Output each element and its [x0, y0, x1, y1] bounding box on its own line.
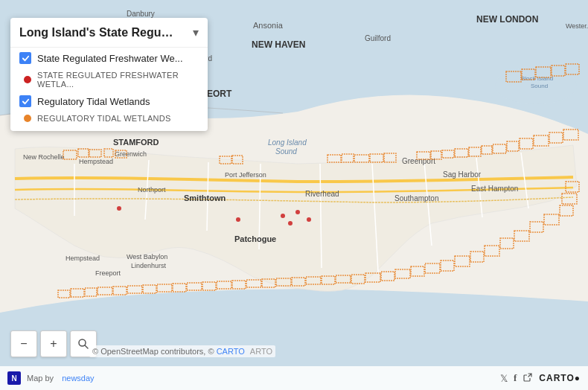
attribution-bar: © OpenStreetMap contributors, © CARTO AR…: [89, 345, 275, 357]
svg-text:Northport: Northport: [138, 186, 166, 194]
svg-line-104: [85, 345, 88, 348]
svg-text:Greenwich: Greenwich: [115, 150, 147, 158]
layer1-dot: [24, 76, 31, 83]
map-controls: − +: [10, 330, 97, 357]
bottom-left: N Map by newsday: [7, 371, 95, 385]
zoom-out-button[interactable]: −: [10, 330, 37, 357]
svg-text:Danbury: Danbury: [127, 10, 155, 18]
facebook-icon[interactable]: f: [514, 372, 517, 384]
search-icon: [77, 338, 89, 350]
carto-watermark: ARTO: [250, 347, 272, 356]
legend-title: Long Island's State Regu…: [19, 26, 173, 39]
svg-text:Sound: Sound: [531, 83, 548, 89]
svg-text:Lindenhurst: Lindenhurst: [131, 262, 167, 269]
newsday-logo: N: [7, 371, 21, 385]
svg-text:Sound: Sound: [275, 147, 297, 156]
svg-text:Guilford: Guilford: [365, 34, 391, 42]
svg-point-97: [117, 206, 121, 211]
svg-text:NEW HAVEN: NEW HAVEN: [252, 39, 305, 50]
layer2-item: Regulatory Tidal Wetlands: [10, 91, 208, 112]
zoom-in-button[interactable]: +: [40, 330, 67, 357]
layer1-label: State Regulated Freshwater We...: [37, 53, 183, 64]
svg-text:Smithtown: Smithtown: [184, 194, 226, 202]
svg-text:Long Island: Long Island: [268, 138, 307, 147]
svg-point-98: [281, 214, 285, 218]
svg-text:Hempstead: Hempstead: [65, 255, 100, 262]
svg-text:Southampton: Southampton: [394, 194, 439, 202]
legend-panel: Long Island's State Regu… ▾ State Regula…: [10, 18, 208, 131]
layer2-checkbox[interactable]: [19, 95, 31, 107]
attribution-text: contributors, ©: [161, 347, 217, 356]
layer1-sublabel: STATE REGULATED FRESHWATER WETLA...: [37, 71, 199, 89]
legend-header: Long Island's State Regu… ▾: [10, 18, 208, 48]
twitter-icon[interactable]: 𝕏: [500, 373, 508, 384]
map-by-text: Map by: [27, 374, 54, 383]
svg-point-99: [295, 210, 300, 214]
svg-text:New Rochelle: New Rochelle: [23, 153, 65, 161]
svg-text:Sag Harbor: Sag Harbor: [443, 170, 482, 179]
layer2-sub-item: REGULATORY TIDAL WETLANDS: [10, 112, 208, 125]
svg-point-101: [288, 221, 293, 226]
svg-text:NEW LONDON: NEW LONDON: [476, 14, 538, 25]
osm-attribution: OpenStreetMap contributors, © CARTO: [100, 347, 247, 356]
osm-link[interactable]: OpenStreetMap: [100, 347, 159, 356]
svg-text:East Hampton: East Hampton: [471, 185, 518, 193]
carto-footer-logo: CARTO●: [539, 373, 581, 383]
copyright-symbol: ©: [92, 347, 98, 356]
layer1-item: State Regulated Freshwater We...: [10, 48, 208, 68]
svg-text:Wester...: Wester...: [566, 22, 588, 30]
svg-point-100: [307, 217, 311, 222]
bottom-bar: N Map by newsday 𝕏 f CARTO●: [0, 366, 588, 390]
newsday-logo-letter: N: [11, 374, 16, 383]
svg-text:Patchogue: Patchogue: [234, 234, 276, 243]
layer1-sub-item: STATE REGULATED FRESHWATER WETLA...: [10, 68, 208, 91]
layer1-checkbox[interactable]: [19, 52, 31, 64]
svg-text:Ansonia: Ansonia: [253, 21, 284, 30]
chevron-down-icon[interactable]: ▾: [193, 25, 199, 39]
map-container: Block Island Sound Long Island Sound Dan…: [0, 0, 588, 390]
layer2-label: Regulatory Tidal Wetlands: [37, 96, 150, 107]
svg-text:Freeport: Freeport: [95, 269, 121, 277]
svg-text:Hempstead: Hempstead: [79, 158, 113, 165]
svg-text:West Babylon: West Babylon: [127, 253, 167, 260]
svg-text:STAMFORD: STAMFORD: [113, 138, 159, 147]
svg-text:Riverhead: Riverhead: [305, 190, 339, 198]
bottom-right: 𝕏 f CARTO●: [500, 372, 581, 385]
layer2-sublabel: REGULATORY TIDAL WETLANDS: [37, 114, 171, 123]
svg-text:Block Island: Block Island: [521, 75, 553, 82]
newsday-link[interactable]: newsday: [62, 374, 94, 383]
layer2-dot: [24, 115, 31, 122]
link-icon[interactable]: [523, 372, 533, 385]
svg-text:Port Jefferson: Port Jefferson: [225, 171, 266, 179]
svg-point-102: [236, 217, 240, 222]
carto-link[interactable]: CARTO: [217, 347, 245, 356]
